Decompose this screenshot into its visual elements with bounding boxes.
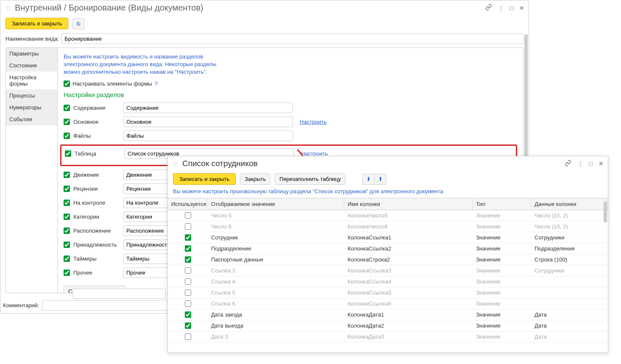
setting-checkbox-6[interactable] bbox=[64, 200, 70, 206]
setting-checkbox-11[interactable] bbox=[64, 270, 70, 276]
move-down-button[interactable]: ⬇ bbox=[362, 174, 374, 185]
maximize-icon[interactable]: □ bbox=[510, 5, 513, 11]
grid-checkbox-1[interactable] bbox=[185, 223, 191, 230]
grid-disp-5: Ссылка 3 bbox=[208, 265, 344, 276]
col-header-type[interactable]: Тип bbox=[473, 198, 531, 210]
setting-checkbox-10[interactable] bbox=[64, 256, 70, 262]
favorite-icon[interactable]: ☆ bbox=[172, 159, 179, 168]
setting-checkbox-7[interactable] bbox=[64, 214, 70, 220]
more-icon[interactable]: ⋮ bbox=[498, 5, 504, 11]
grid-checkbox-5[interactable] bbox=[185, 267, 191, 274]
grid-checkbox-10[interactable] bbox=[185, 322, 191, 329]
setting-label-5: Рецензии bbox=[73, 186, 120, 192]
grid-checkbox-9[interactable] bbox=[185, 311, 191, 318]
grid-name-4: КолонкаСтрока2 bbox=[344, 254, 473, 265]
setting-checkbox-3[interactable] bbox=[65, 150, 71, 157]
grid-checkbox-2[interactable] bbox=[185, 234, 191, 241]
col-header-name[interactable]: Имя колонки bbox=[344, 198, 473, 210]
grid: Используется Отображаемое значение Имя к… bbox=[168, 198, 608, 342]
grid-checkbox-11[interactable] bbox=[185, 333, 191, 340]
grid-checkbox-4[interactable] bbox=[185, 256, 191, 263]
grid-checkbox-6[interactable] bbox=[185, 278, 191, 285]
grid-data-4: Строка (100) bbox=[531, 254, 608, 265]
col-header-disp[interactable]: Отображаемое значение bbox=[208, 198, 344, 210]
setting-checkbox-0[interactable] bbox=[64, 105, 70, 111]
setting-checkbox-9[interactable] bbox=[64, 242, 70, 248]
grid-row-11[interactable]: Дата 3 КолонкаДата3 Значение Дата bbox=[168, 331, 608, 342]
grid-row-10[interactable]: Дата выезда КолонкаДата2 Значение Дата bbox=[168, 320, 608, 331]
close-icon[interactable]: ✕ bbox=[599, 160, 604, 167]
setting-label-1: Основное bbox=[73, 119, 120, 125]
sub-save-close-button[interactable]: Записать и закрыть bbox=[173, 173, 236, 185]
setting-checkbox-5[interactable] bbox=[64, 186, 70, 192]
grid-data-1: Число (15, 2) bbox=[531, 221, 608, 232]
name-input[interactable] bbox=[61, 33, 524, 44]
grid-data-5: Сотрудники bbox=[531, 265, 608, 276]
setting-checkbox-4[interactable] bbox=[64, 172, 70, 178]
col-header-used[interactable]: Используется bbox=[168, 198, 208, 210]
refill-button[interactable]: Перезаполнить таблицу bbox=[275, 173, 345, 185]
hint-text: Вы можете настроить видимость и название… bbox=[64, 53, 225, 76]
save-close-button[interactable]: Записать и закрыть bbox=[6, 18, 68, 29]
setting-label-3: Таблица bbox=[75, 150, 121, 157]
link-icon[interactable] bbox=[485, 4, 492, 12]
grid-row-8[interactable]: Ссылка 6 КолонкаСсылка6 Значение bbox=[168, 298, 608, 309]
grid-row-3[interactable]: Подразделение КолонкаСсылка2 Значение По… bbox=[168, 243, 608, 254]
grid-checkbox-0[interactable] bbox=[185, 212, 191, 219]
name-label: Наименование вида: bbox=[6, 36, 59, 42]
more-icon[interactable]: ⋮ bbox=[577, 160, 583, 167]
setting-input-1[interactable] bbox=[123, 117, 293, 127]
sidebar-item-5[interactable]: События bbox=[6, 114, 57, 125]
grid-row-2[interactable]: Сотрудник КолонкаСсылка1 Значение Сотруд… bbox=[168, 232, 608, 243]
save-button[interactable] bbox=[72, 18, 84, 29]
setting-input-0[interactable] bbox=[123, 103, 293, 113]
maximize-icon[interactable]: □ bbox=[589, 160, 593, 167]
sidebar-item-3[interactable]: Процессы bbox=[6, 90, 57, 102]
grid-name-11: КолонкаДата3 bbox=[344, 331, 473, 342]
setting-input-2[interactable] bbox=[123, 131, 293, 141]
grid-row-0[interactable]: Число 5 КолонкаЧисло5 Значение Число (15… bbox=[168, 210, 608, 221]
grid-row-4[interactable]: Паспортные данные КолонкаСтрока2 Значени… bbox=[168, 254, 608, 265]
setting-label-2: Файлы bbox=[73, 133, 120, 139]
col-header-data[interactable]: Данные колонки bbox=[531, 198, 608, 210]
close-icon[interactable]: ✕ bbox=[519, 5, 524, 11]
grid-name-6: КолонкаСсылка4 bbox=[344, 276, 473, 287]
grid-row-7[interactable]: Ссылка 5 КолонкаСсылка5 Значение bbox=[168, 287, 608, 298]
sidebar-item-4[interactable]: Нумераторы bbox=[6, 102, 57, 114]
grid-scrollbar[interactable] bbox=[604, 201, 607, 222]
scrollbar[interactable] bbox=[524, 34, 528, 170]
grid-row-1[interactable]: Число 6 КолонкаЧисло6 Значение Число (15… bbox=[168, 221, 608, 232]
grid-disp-11: Дата 3 bbox=[208, 331, 344, 342]
grid-data-2: Сотрудники bbox=[531, 232, 608, 243]
grid-disp-7: Ссылка 5 bbox=[208, 287, 344, 298]
configure-elements-checkbox[interactable] bbox=[64, 81, 70, 87]
setting-checkbox-2[interactable] bbox=[64, 133, 70, 139]
link-icon[interactable] bbox=[565, 160, 571, 168]
config-link-1[interactable]: Настроить bbox=[300, 119, 327, 125]
extra-input[interactable] bbox=[72, 289, 166, 299]
grid-type-1: Значение bbox=[473, 221, 531, 232]
grid-row-9[interactable]: Дата заезда КолонкаДата1 Значение Дата bbox=[168, 309, 608, 320]
move-up-button[interactable]: ⬆ bbox=[374, 174, 386, 185]
grid-checkbox-3[interactable] bbox=[185, 245, 191, 252]
help-icon[interactable]: ? bbox=[155, 81, 158, 87]
sub-close-button[interactable]: Закрыть bbox=[240, 173, 270, 185]
grid-row-5[interactable]: Ссылка 3 КолонкаСсылка3 Значение Сотрудн… bbox=[168, 265, 608, 276]
sidebar-item-2[interactable]: Настройка формы bbox=[6, 72, 57, 90]
grid-type-6: Значение bbox=[473, 276, 531, 287]
sidebar-item-0[interactable]: Параметры bbox=[6, 48, 57, 60]
window-title: Внутренний / Бронирование (Виды документ… bbox=[15, 3, 485, 13]
move-buttons: ⬇ ⬆ bbox=[362, 174, 386, 185]
grid-checkbox-7[interactable] bbox=[185, 289, 191, 296]
setting-checkbox-1[interactable] bbox=[64, 119, 70, 125]
grid-row-6[interactable]: Ссылка 4 КолонкаСсылка4 Значение bbox=[168, 276, 608, 287]
grid-name-8: КолонкаСсылка6 bbox=[344, 298, 473, 309]
favorite-icon[interactable]: ☆ bbox=[5, 3, 11, 13]
grid-checkbox-8[interactable] bbox=[185, 300, 191, 307]
grid-name-9: КолонкаДата1 bbox=[344, 309, 473, 320]
sidebar-item-1[interactable]: Состояния bbox=[6, 60, 57, 72]
setting-checkbox-8[interactable] bbox=[64, 228, 70, 234]
setting-label-9: Принадлежность bbox=[73, 242, 120, 248]
grid-type-2: Значение bbox=[473, 232, 531, 243]
setting-row-1: Основное Настроить bbox=[64, 117, 517, 127]
